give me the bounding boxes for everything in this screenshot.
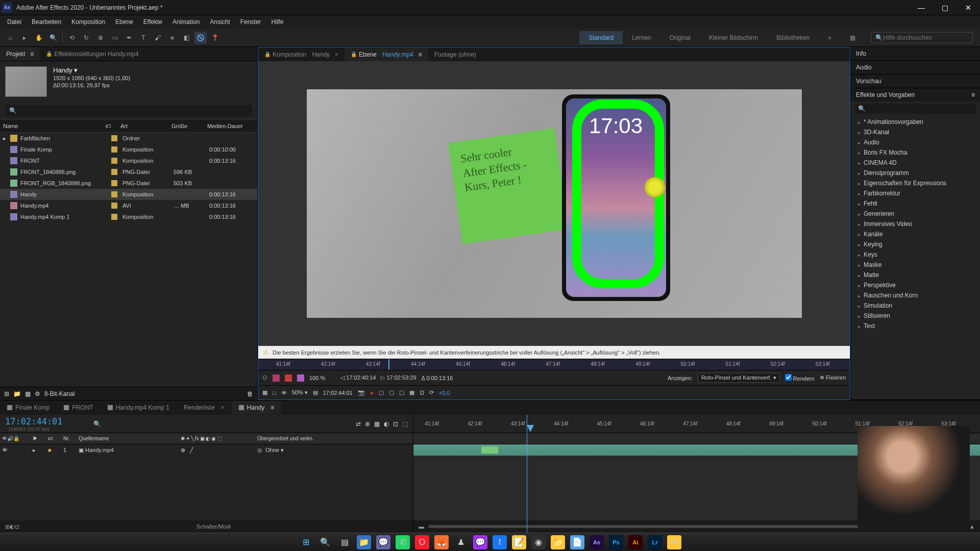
taskbar-windows-icon[interactable]: ⊞ — [299, 535, 313, 549]
taskbar-search-icon[interactable]: 🔍 — [318, 535, 332, 549]
adjust-icon[interactable]: ⚙ — [35, 390, 40, 397]
mini-playhead[interactable] — [388, 359, 389, 370]
col-dur[interactable]: Medien-Dauer — [204, 122, 246, 130]
panel-info[interactable]: Info — [851, 47, 980, 60]
workspace-overflow-icon[interactable]: ▦ — [841, 31, 865, 44]
project-item[interactable]: Finale KompKomposition0:00:10:00 — [0, 144, 257, 155]
effects-category[interactable]: CINEMA 4D — [851, 158, 980, 168]
tl-opt4-icon[interactable]: ◐ — [384, 420, 389, 428]
rotate-tool[interactable]: ↻ — [80, 32, 92, 44]
home-tool[interactable]: ⌂ — [4, 32, 16, 44]
trash-icon[interactable]: 🗑 — [247, 390, 253, 397]
fg-swatch[interactable] — [273, 374, 280, 382]
taskbar-lr-icon[interactable]: Lr — [648, 535, 662, 549]
tl-toggle1-icon[interactable]: ⊞ — [5, 523, 10, 530]
project-item[interactable]: Handy.mp4 Komp 1Komposition0:00:13:16 — [0, 211, 257, 222]
zoom-out-icon[interactable]: ▬ — [419, 523, 424, 530]
bpc-label[interactable]: 8-Bit-Kanal — [44, 390, 75, 397]
parent-dropdown[interactable]: Ohne ▾ — [265, 447, 284, 454]
workspace-standard[interactable]: Standard — [579, 31, 623, 44]
effects-category[interactable]: Immersives Video — [851, 219, 980, 229]
workspace-lernen[interactable]: Lernen — [623, 31, 660, 44]
type-tool[interactable]: T — [137, 32, 150, 44]
channel-r-icon[interactable]: ▢ — [379, 389, 384, 396]
project-item[interactable]: ▸FarbflächenOrdner — [0, 133, 257, 144]
viewer-canvas[interactable]: Sehr cooler After Effects - Kurs, Peter … — [258, 61, 850, 346]
effects-category[interactable]: Dienstprogramm — [851, 168, 980, 178]
col-type[interactable]: Art — [117, 122, 168, 130]
stick-figure-icon[interactable]: ⚇ — [262, 374, 267, 381]
taskbar-notes-icon[interactable]: 📝 — [512, 535, 526, 549]
tab-effect-controls[interactable]: 🔒Effekteinstellungen Handy.mp4 — [40, 47, 144, 61]
toggle-mask-icon[interactable]: □ — [273, 390, 276, 396]
effects-list[interactable]: * Animationsvorgaben3D-KanalAudioBoris F… — [851, 116, 980, 399]
menu-ebene[interactable]: Ebene — [110, 16, 138, 28]
swatch3[interactable] — [297, 374, 304, 382]
tab-project[interactable]: Projekt≡ — [0, 47, 40, 61]
menu-komposition[interactable]: Komposition — [66, 16, 110, 28]
tl-opt2-icon[interactable]: ⊕ — [365, 420, 370, 428]
effects-category[interactable]: Eigenschaften für Expressions — [851, 178, 980, 188]
project-item[interactable]: Handy.mp4AVI… MB0:00:13:16 — [0, 200, 257, 211]
percent-label[interactable]: 100 % — [309, 375, 325, 381]
channel-g-icon[interactable]: ▢ — [389, 389, 394, 396]
layer-row-1[interactable]: 👁 ▸ ■ 1 ▣ Handy.mp4 ⊕ ╱ ◎ Ohne ▾ — [0, 444, 413, 456]
tl-search-icon[interactable]: 🔍 — [93, 420, 101, 428]
bg-swatch[interactable] — [285, 374, 292, 382]
effects-category[interactable]: Stilisieren — [851, 311, 980, 321]
effects-category[interactable]: Maske — [851, 260, 980, 270]
tl-opt6-icon[interactable]: ⬚ — [402, 420, 408, 428]
menu-effekte[interactable]: Effekte — [138, 16, 167, 28]
workspace-kleiner[interactable]: Kleiner Bildschirm — [700, 31, 767, 44]
effects-category[interactable]: Audio — [851, 137, 980, 147]
taskbar-misc-icon[interactable]: ✉ — [667, 535, 681, 549]
timeline-playhead[interactable] — [527, 425, 534, 432]
effects-category[interactable]: Generieren — [851, 209, 980, 219]
tab-layer[interactable]: 🔒Ebene Handy.mp4≡ — [345, 48, 428, 61]
puppet-tool[interactable]: 📍 — [209, 32, 221, 44]
tl-tab-handy[interactable]: Handy≡ — [232, 401, 282, 414]
taskbar-ai-icon[interactable]: Ai — [628, 535, 643, 549]
menu-hilfe[interactable]: Hilfe — [266, 16, 288, 28]
effects-category[interactable]: Matte — [851, 270, 980, 280]
taskbar-ae-icon[interactable]: Ae — [590, 535, 604, 549]
toggle-guides-icon[interactable]: 👁 — [281, 390, 287, 396]
time-out[interactable]: 17:02:53:29 — [386, 374, 416, 381]
tab-menu-icon[interactable]: ≡ — [30, 51, 34, 58]
taskbar-messenger-icon[interactable]: 💬 — [473, 535, 487, 549]
taskbar-obs-icon[interactable]: ◉ — [531, 535, 546, 549]
effects-category[interactable]: Perspektive — [851, 280, 980, 290]
parent-pickwhip-icon[interactable]: ◎ — [257, 447, 262, 454]
visibility-toggle[interactable]: 👁 — [2, 447, 10, 453]
hand-tool[interactable]: ✋ — [33, 32, 45, 44]
taskbar-opera-icon[interactable]: O — [415, 535, 429, 549]
new-folder-icon[interactable]: 📁 — [13, 390, 21, 397]
zoom-dropdown[interactable]: 50% ▾ — [292, 389, 308, 396]
interpret-icon[interactable]: ⊞ — [4, 390, 9, 397]
tl-opt5-icon[interactable]: ⊡ — [393, 420, 398, 428]
effects-category[interactable]: Fehlt — [851, 198, 980, 209]
switches-modes-label[interactable]: Schalter/Modi — [197, 523, 231, 530]
snapshot-icon[interactable]: 📷 — [358, 389, 365, 396]
anchor-tool[interactable]: ⊕ — [94, 32, 107, 44]
tl-tab-front[interactable]: FRONT — [57, 401, 100, 414]
region-icon[interactable]: ⊡ — [420, 389, 424, 396]
taskbar-app-icon[interactable]: ♟ — [454, 535, 468, 549]
panel-preview[interactable]: Vorschau — [851, 74, 980, 88]
col-sourcename[interactable]: Quellenname — [79, 436, 181, 441]
zoom-in-icon[interactable]: ▲ — [969, 523, 975, 530]
tl-tab-renderliste[interactable]: Renderliste× — [177, 401, 232, 414]
comp-name-label[interactable]: Handy ▾ — [53, 66, 130, 74]
tab-menu-icon[interactable]: ≡ — [419, 51, 422, 58]
pen-tool[interactable]: ✒ — [123, 32, 135, 44]
transparency-icon[interactable]: ▦ — [409, 389, 414, 396]
freeze-button[interactable]: ❄ Fixieren — [820, 374, 846, 381]
render-checkbox[interactable]: Rendern — [785, 374, 815, 382]
current-time[interactable]: 17:02:44:01 — [323, 390, 353, 396]
zoom-tool[interactable]: 🔍 — [47, 32, 59, 44]
orbit-tool[interactable]: ⟲ — [66, 32, 78, 44]
taskbar-explorer-icon[interactable]: 📁 — [357, 535, 371, 549]
menu-ansicht[interactable]: Ansicht — [205, 16, 235, 28]
layer-name[interactable]: ▣ Handy.mp4 — [79, 447, 181, 454]
project-item[interactable]: FRONTKomposition0:00:13:16 — [0, 155, 257, 166]
